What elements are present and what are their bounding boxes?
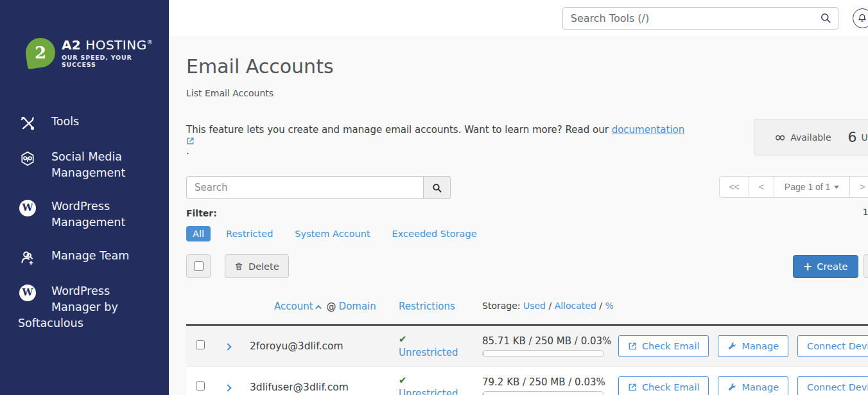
- filter-system-account[interactable]: System Account: [288, 226, 376, 241]
- restrictions-cell: ✔ Unrestricted: [399, 374, 482, 395]
- available-label: Available: [790, 132, 831, 143]
- trash-icon: [234, 261, 243, 271]
- select-all-button[interactable]: [186, 254, 211, 278]
- storage-progress-bar: [482, 350, 604, 357]
- storage-progress-bar: [482, 391, 604, 395]
- row-expand-cell: [220, 382, 250, 392]
- row-actions: Check Email Manage Connect Devices: [618, 335, 868, 357]
- sidebar-item-wordpress-management[interactable]: W WordPress Management: [0, 190, 169, 240]
- manage-team-icon: [18, 249, 37, 267]
- filter-label: Filter:: [186, 208, 483, 218]
- search-icon: [431, 182, 442, 193]
- storage-progress-fill: [483, 392, 483, 395]
- used-value: 6: [848, 129, 857, 145]
- description-suffix: .: [186, 145, 189, 157]
- row-checkbox[interactable]: [196, 382, 205, 391]
- sort-domain-link[interactable]: Domain: [339, 301, 376, 312]
- pagination-next-button[interactable]: >: [849, 176, 868, 198]
- toolbar-row: Filter: All Restricted System Account Ex…: [186, 176, 868, 241]
- row-checkbox-cell: [196, 340, 220, 351]
- topbar: [169, 0, 868, 36]
- sort-restrictions-link[interactable]: Restrictions: [399, 301, 455, 312]
- row-checkbox[interactable]: [196, 340, 205, 349]
- pagination-first-button[interactable]: <<: [719, 176, 749, 198]
- page-subtitle: List Email Accounts: [186, 88, 868, 98]
- wordpress-icon: W: [18, 284, 37, 302]
- connect-devices-button[interactable]: Connect Devices: [797, 335, 868, 357]
- restriction-link[interactable]: Unrestricted: [399, 388, 458, 395]
- sidebar-item-label-overflow: Softaculous: [18, 315, 157, 331]
- connect-devices-button[interactable]: Connect Devices: [797, 376, 868, 395]
- sort-storage-allocated-link[interactable]: Allocated: [555, 301, 596, 311]
- check-email-button[interactable]: Check Email: [618, 335, 709, 357]
- list-search: [186, 176, 483, 199]
- wordpress-w-glyph: W: [19, 200, 36, 216]
- filter-pills: All Restricted System Account Exceeded S…: [186, 226, 483, 241]
- notifications-button[interactable]: [853, 8, 868, 28]
- sidebar: 2 A2 HOSTING® OUR SPEED, YOUR SUCCESS To…: [0, 0, 169, 395]
- filter-exceeded-storage[interactable]: Exceeded Storage: [386, 226, 483, 241]
- search-and-filter: Filter: All Restricted System Account Ex…: [186, 176, 483, 241]
- row-expand-cell: [220, 341, 250, 351]
- create-button[interactable]: + Create: [793, 255, 858, 278]
- table-row: 3dlifuser@3dlif.com ✔ Unrestricted 79.2 …: [186, 367, 868, 395]
- sidebar-item-label: WordPress Manager bySoftaculous: [51, 283, 157, 332]
- registered-mark: ®: [147, 39, 153, 46]
- chevron-right-icon[interactable]: [224, 343, 231, 350]
- sidebar-item-label: Social Media Management: [51, 149, 157, 182]
- tools-search: [562, 7, 838, 30]
- logo-mark-letter: 2: [35, 43, 46, 62]
- external-link-icon: [628, 342, 637, 351]
- sort-ascending-icon: [315, 305, 322, 312]
- available-stat: ∞ Available: [774, 129, 831, 145]
- select-all-checkbox[interactable]: [194, 261, 204, 271]
- sidebar-item-manage-team[interactable]: Manage Team: [0, 240, 169, 275]
- caret-down-icon: [834, 186, 839, 189]
- feature-description: This feature lets you create and manage …: [186, 119, 686, 158]
- restrictions-cell: ✔ Unrestricted: [399, 333, 482, 360]
- pagination: << < Page 1 of 1 > >>: [719, 176, 868, 198]
- sort-account-link[interactable]: Account: [274, 301, 313, 312]
- a2-hosting-logo[interactable]: 2 A2 HOSTING® OUR SPEED, YOUR SUCCESS: [0, 0, 169, 68]
- plus-icon: +: [803, 260, 812, 273]
- usage-stats-box: ∞ Available 6 Used: [754, 119, 868, 155]
- check-email-button[interactable]: Check Email: [618, 376, 709, 395]
- wrench-icon: [727, 342, 736, 351]
- external-link-icon: [628, 383, 637, 392]
- social-media-icon: [18, 150, 37, 168]
- sort-storage-used-link[interactable]: Used: [523, 301, 546, 311]
- manage-button[interactable]: Manage: [718, 335, 788, 357]
- sidebar-item-tools[interactable]: Tools: [0, 105, 169, 141]
- external-link-icon: [186, 137, 686, 145]
- logo-text: A2 HOSTING® OUR SPEED, YOUR SUCCESS: [62, 37, 169, 68]
- used-stat: 6 Used: [848, 129, 868, 145]
- a2-logo-mark: 2: [24, 36, 57, 69]
- pagination-prev-button[interactable]: <: [749, 176, 774, 198]
- chevron-right-icon[interactable]: [224, 384, 231, 391]
- restriction-link[interactable]: Unrestricted: [399, 347, 458, 358]
- list-search-input[interactable]: [186, 176, 424, 199]
- table-header-row: Account@Domain Restrictions Storage: Use…: [186, 288, 868, 326]
- storage-cell: 85.71 KB / 250 MB / 0.03%: [482, 335, 618, 357]
- filter-restricted[interactable]: Restricted: [220, 226, 279, 241]
- sort-storage-percent-link[interactable]: %: [605, 301, 613, 311]
- email-accounts-table: Account@Domain Restrictions Storage: Use…: [186, 288, 868, 395]
- pagination-page-select[interactable]: Page 1 of 1: [774, 176, 851, 198]
- infinity-icon: ∞: [774, 129, 786, 145]
- delete-button[interactable]: Delete: [225, 254, 289, 278]
- documentation-link[interactable]: documentation: [612, 124, 685, 136]
- search-icon: [819, 12, 832, 24]
- check-icon: ✔: [399, 374, 482, 387]
- sidebar-item-label: WordPress Management: [51, 198, 157, 231]
- manage-button[interactable]: Manage: [718, 376, 788, 395]
- sidebar-item-wordpress-manager-softaculous[interactable]: W WordPress Manager bySoftaculous: [0, 275, 169, 340]
- tools-search-input[interactable]: [562, 7, 838, 30]
- pagination-range: 1 - 7 of 7: [719, 207, 868, 217]
- list-search-button[interactable]: [424, 176, 451, 199]
- used-label: Used: [862, 132, 868, 143]
- bulk-actions: Delete: [186, 254, 289, 278]
- filter-all[interactable]: All: [186, 226, 211, 241]
- storage-progress-fill: [483, 351, 483, 356]
- sidebar-item-social-media-management[interactable]: Social Media Management: [0, 141, 169, 190]
- settings-dropdown-button[interactable]: ⚙: [864, 254, 868, 278]
